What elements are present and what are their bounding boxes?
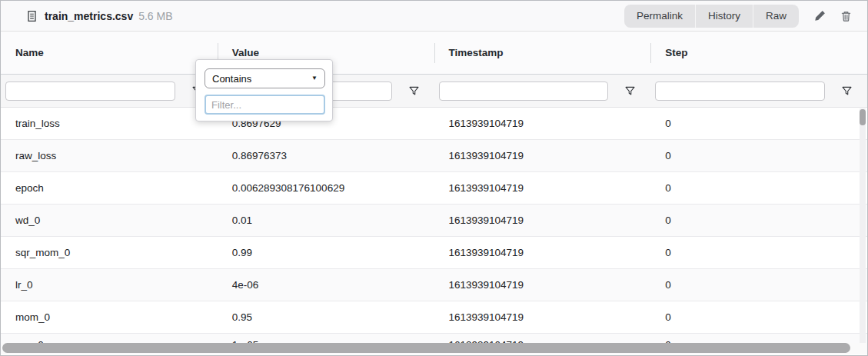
timestamp-filter-funnel-button[interactable]	[624, 85, 636, 97]
cell-step: 0	[650, 247, 867, 258]
table-row: mom_0 0.95 1613939104719 0	[1, 301, 867, 334]
cell-timestamp: 1613939104719	[434, 247, 651, 258]
file-size: 5.6 MB	[138, 10, 172, 22]
cell-name: wd_0	[1, 215, 218, 226]
filter-cell-step	[650, 82, 867, 101]
funnel-icon	[841, 85, 853, 97]
cell-name: epoch	[1, 182, 218, 194]
vertical-scrollbar[interactable]	[860, 108, 866, 343]
cell-name: raw_loss	[1, 150, 218, 161]
cell-step: 0	[650, 150, 867, 161]
timestamp-filter-input[interactable]	[439, 82, 609, 101]
table-row: epoch 0.006289308176100629 1613939104719…	[1, 172, 867, 205]
cell-step: 0	[650, 182, 867, 194]
cell-timestamp: 1613939104719	[434, 118, 651, 129]
cell-name: lr_0	[1, 279, 218, 291]
cell-name: train_loss	[1, 118, 218, 129]
trash-icon	[840, 10, 852, 22]
pencil-icon	[813, 10, 826, 22]
permalink-button[interactable]: Permalink	[624, 5, 695, 28]
cell-step: 0	[650, 279, 867, 291]
file-action-button-group: Permalink History Raw	[624, 5, 799, 28]
cell-timestamp: 1613939104719	[434, 182, 651, 194]
vertical-scrollbar-thumb[interactable]	[860, 109, 866, 125]
filter-cell-name	[1, 82, 218, 101]
table-header-row: Name Value Timestamp Step	[1, 32, 867, 75]
cell-timestamp: 1613939104719	[434, 279, 651, 291]
cell-timestamp: 1613939104719	[434, 311, 651, 323]
cell-timestamp: 1613939104719	[434, 215, 651, 226]
cell-name: mom_0	[1, 311, 218, 323]
table-row: sqr_mom_0 0.99 1613939104719 0	[1, 237, 867, 269]
filter-operator-label: Contains	[212, 73, 251, 85]
step-filter-funnel-button[interactable]	[841, 85, 853, 97]
column-header-timestamp: Timestamp	[434, 32, 651, 74]
table-row: lr_0 4e-06 1613939104719 0	[1, 269, 867, 301]
cell-name: sqr_mom_0	[1, 247, 218, 258]
table-row: wd_0 0.01 1613939104719 0	[1, 205, 867, 237]
cell-value: 4e-06	[218, 279, 434, 291]
name-filter-input[interactable]	[5, 82, 175, 101]
step-filter-input[interactable]	[655, 82, 825, 101]
cell-step: 0	[650, 118, 867, 129]
file-title: train_metrics.csv	[45, 10, 133, 22]
funnel-icon	[624, 85, 636, 97]
delete-button[interactable]	[840, 9, 852, 23]
table-body: train_loss 0.8697629 1613939104719 0 raw…	[1, 108, 867, 354]
document-icon	[26, 10, 38, 22]
column-header-name: Name	[1, 32, 218, 74]
filter-popup-input[interactable]	[205, 95, 325, 115]
cell-step: 0	[650, 215, 867, 226]
edit-button[interactable]	[813, 9, 826, 23]
value-filter-funnel-button[interactable]	[408, 85, 420, 97]
cell-step: 0	[650, 311, 867, 323]
cell-value: 0.99	[218, 247, 434, 258]
filter-popup: Contains ▼	[195, 59, 333, 121]
csv-file-viewer: train_metrics.csv 5.6 MB Permalink Histo…	[0, 0, 868, 356]
column-header-step: Step	[650, 32, 867, 74]
cell-timestamp: 1613939104719	[434, 150, 651, 161]
filter-operator-select[interactable]: Contains ▼	[205, 68, 325, 88]
table-row: train_loss 0.8697629 1613939104719 0	[1, 108, 867, 140]
history-button[interactable]: History	[695, 5, 753, 28]
cell-value: 0.01	[218, 215, 434, 226]
table-row: raw_loss 0.86976373 1613939104719 0	[1, 140, 867, 172]
filter-row	[1, 75, 867, 108]
horizontal-scrollbar-thumb[interactable]	[2, 343, 850, 353]
cell-value: 0.95	[218, 311, 434, 323]
filter-cell-timestamp	[434, 82, 651, 101]
file-header-bar: train_metrics.csv 5.6 MB Permalink Histo…	[1, 1, 867, 32]
funnel-icon	[408, 85, 420, 97]
raw-button[interactable]: Raw	[753, 5, 799, 28]
chevron-down-icon: ▼	[311, 75, 318, 82]
horizontal-scrollbar[interactable]	[2, 343, 866, 354]
cell-value: 0.006289308176100629	[218, 182, 434, 194]
cell-value: 0.86976373	[218, 150, 434, 161]
file-actions: Permalink History Raw	[624, 5, 852, 28]
